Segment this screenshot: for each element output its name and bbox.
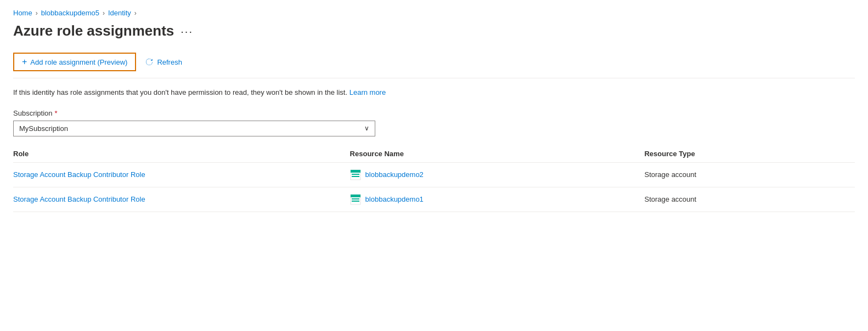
role-assignments-table: Role Resource Name Resource Type Storage… — [13, 145, 855, 212]
column-header-role: Role — [13, 145, 350, 163]
svg-rect-5 — [351, 195, 360, 197]
subscription-dropdown[interactable]: MySubscription ∨ — [13, 121, 375, 136]
table-header-row: Role Resource Name Resource Type — [13, 145, 855, 163]
add-role-label: Add role assignment (Preview) — [30, 58, 127, 66]
column-header-resource-name: Resource Name — [350, 145, 645, 163]
refresh-icon — [145, 58, 154, 66]
svg-rect-6 — [352, 198, 359, 199]
resource-type-cell: Storage account — [644, 187, 855, 212]
resource-name-link[interactable]: blobbackupdemo1 — [365, 195, 424, 203]
storage-account-icon — [350, 169, 361, 180]
add-role-assignment-button[interactable]: + Add role assignment (Preview) — [13, 53, 136, 71]
toolbar: + Add role assignment (Preview) Refresh — [13, 53, 855, 78]
required-indicator: * — [55, 109, 58, 117]
breadcrumb-sep-2: › — [103, 9, 105, 17]
resource-name-link[interactable]: blobbackupdemo2 — [365, 170, 424, 179]
plus-icon: + — [22, 57, 27, 67]
role-cell: Storage Account Backup Contributor Role — [13, 187, 350, 212]
breadcrumb-blobbackupdemo5[interactable]: blobbackupdemo5 — [41, 9, 99, 17]
storage-account-icon — [350, 194, 361, 205]
page-title-row: Azure role assignments ··· — [13, 22, 855, 39]
table-row: Storage Account Backup Contributor Roleb… — [13, 162, 855, 187]
more-options-button[interactable]: ··· — [181, 26, 193, 37]
breadcrumb-home[interactable]: Home — [13, 9, 32, 17]
resource-name-cell: blobbackupdemo2 — [350, 162, 645, 187]
refresh-button[interactable]: Refresh — [140, 54, 187, 70]
page-title: Azure role assignments — [13, 22, 174, 39]
role-link[interactable]: Storage Account Backup Contributor Role — [13, 195, 145, 203]
chevron-down-icon: ∨ — [364, 124, 369, 132]
resource-type-cell: Storage account — [644, 162, 855, 187]
subscription-label-text: Subscription — [13, 109, 53, 117]
refresh-label: Refresh — [157, 58, 182, 66]
svg-rect-3 — [352, 176, 359, 177]
svg-rect-2 — [352, 174, 359, 175]
subscription-label: Subscription * — [13, 109, 855, 117]
svg-rect-7 — [352, 201, 359, 202]
info-text-content: If this identity has role assignments th… — [13, 88, 347, 96]
column-header-resource-type: Resource Type — [644, 145, 855, 163]
breadcrumb-sep-1: › — [36, 9, 38, 17]
role-link[interactable]: Storage Account Backup Contributor Role — [13, 170, 145, 179]
subscription-section: Subscription * MySubscription ∨ — [13, 109, 855, 136]
subscription-value: MySubscription — [19, 124, 68, 133]
svg-rect-1 — [351, 170, 360, 173]
breadcrumb: Home › blobbackupdemo5 › Identity › — [13, 9, 855, 17]
learn-more-link[interactable]: Learn more — [350, 88, 386, 96]
info-text: If this identity has role assignments th… — [13, 87, 855, 98]
role-cell: Storage Account Backup Contributor Role — [13, 162, 350, 187]
breadcrumb-identity[interactable]: Identity — [108, 9, 131, 17]
breadcrumb-sep-3: › — [134, 9, 137, 17]
resource-name-cell: blobbackupdemo1 — [350, 187, 645, 212]
table-row: Storage Account Backup Contributor Roleb… — [13, 187, 855, 212]
